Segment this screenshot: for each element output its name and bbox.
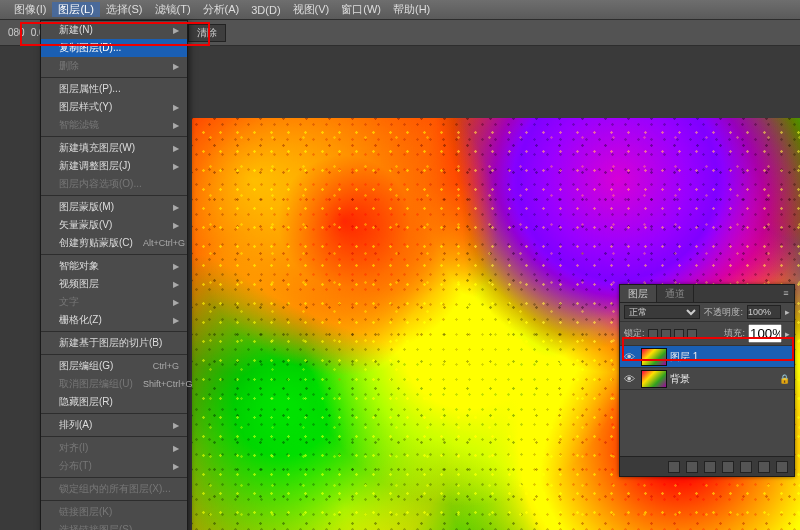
lock-transparent-icon[interactable] [648,329,658,339]
panel-tabs: 图层 通道 [620,285,794,303]
lock-image-icon[interactable] [661,329,671,339]
submenu-arrow-icon: ▶ [173,262,179,271]
lock-icon: 🔒 [779,374,794,384]
submenu-arrow-icon: ▶ [173,203,179,212]
menu-item[interactable]: 图层编组(G)Ctrl+G [41,357,187,375]
menu-帮助h[interactable]: 帮助(H) [387,2,436,17]
menu-窗口w[interactable]: 窗口(W) [335,2,387,17]
menu-图像i[interactable]: 图像(I) [8,2,52,17]
opacity-arrow-icon[interactable]: ▸ [785,307,790,317]
menu-item[interactable]: 创建剪贴蒙版(C)Alt+Ctrl+G [41,234,187,252]
menu-separator [41,477,187,478]
menu-separator [41,331,187,332]
menu-item: 取消图层编组(U)Shift+Ctrl+G [41,375,187,393]
layer-thumbnail[interactable] [641,370,667,388]
menu-选择s[interactable]: 选择(S) [100,2,149,17]
group-icon[interactable] [740,461,752,473]
adjustment-icon[interactable] [722,461,734,473]
fill-label: 填充: [724,327,745,340]
layer-thumbnail[interactable] [641,348,667,366]
blend-opacity-row: 正常 不透明度: ▸ [620,303,794,322]
menu-item[interactable]: 新建(N)▶ [41,21,187,39]
opacity-label: 不透明度: [704,306,743,319]
lock-fill-row: 锁定: 填充: ▸ [620,322,794,346]
submenu-arrow-icon: ▶ [173,144,179,153]
menu-separator [41,136,187,137]
menu-item[interactable]: 复制图层(D)... [41,39,187,57]
submenu-arrow-icon: ▶ [173,162,179,171]
menu-item[interactable]: 矢量蒙版(V)▶ [41,216,187,234]
menu-滤镜t[interactable]: 滤镜(T) [149,2,197,17]
visibility-eye-icon[interactable]: 👁 [620,351,638,363]
submenu-arrow-icon: ▶ [173,298,179,307]
menu-item[interactable]: 栅格化(Z)▶ [41,311,187,329]
blend-mode-select[interactable]: 正常 [624,305,700,319]
menu-item: 图层内容选项(O)... [41,175,187,193]
submenu-arrow-icon: ▶ [173,103,179,112]
delete-layer-icon[interactable] [776,461,788,473]
menu-item[interactable]: 隐藏图层(R) [41,393,187,411]
menu-item[interactable]: 智能对象▶ [41,257,187,275]
menu-item[interactable]: 图层样式(Y)▶ [41,98,187,116]
menu-separator [41,436,187,437]
menu-bar: 图像(I)图层(L)选择(S)滤镜(T)分析(A)3D(D)视图(V)窗口(W)… [0,0,800,20]
panel-footer [620,456,794,476]
menu-item[interactable]: 新建调整图层(J)▶ [41,157,187,175]
menu-item: 分布(T)▶ [41,457,187,475]
menu-separator [41,413,187,414]
menu-图层l[interactable]: 图层(L) [52,2,99,17]
fx-icon[interactable] [686,461,698,473]
layer-name[interactable]: 背景 [670,372,779,386]
fill-input[interactable] [748,324,782,343]
menu-separator [41,354,187,355]
layer-row[interactable]: 👁背景🔒 [620,368,794,390]
menu-separator [41,254,187,255]
menu-分析a[interactable]: 分析(A) [197,2,246,17]
submenu-arrow-icon: ▶ [173,121,179,130]
tab-layers[interactable]: 图层 [620,285,657,302]
submenu-arrow-icon: ▶ [173,280,179,289]
fill-arrow-icon[interactable]: ▸ [785,329,790,339]
layer-name[interactable]: 图层 1 [670,350,794,364]
layers-panel: ≡ 图层 通道 正常 不透明度: ▸ 锁定: 填充: ▸ 👁图层 1👁背景🔒 [619,284,795,477]
menu-item: 对齐(I)▶ [41,439,187,457]
new-layer-icon[interactable] [758,461,770,473]
lock-position-icon[interactable] [674,329,684,339]
menu-item[interactable]: 排列(A)▶ [41,416,187,434]
menu-item[interactable]: 图层蒙版(M)▶ [41,198,187,216]
menu-item[interactable]: 新建填充图层(W)▶ [41,139,187,157]
clear-button[interactable]: 清除 [188,24,226,42]
visibility-eye-icon[interactable]: 👁 [620,373,638,385]
mask-icon[interactable] [704,461,716,473]
menu-视图v[interactable]: 视图(V) [287,2,336,17]
lock-label: 锁定: [624,327,645,340]
opacity-input[interactable] [747,305,781,319]
menu-separator [41,500,187,501]
submenu-arrow-icon: ▶ [173,26,179,35]
menu-separator [41,77,187,78]
panel-menu-icon[interactable]: ≡ [780,287,792,299]
submenu-arrow-icon: ▶ [173,421,179,430]
menu-item: 锁定组内的所有图层(X)... [41,480,187,498]
layer-list: 👁图层 1👁背景🔒 [620,346,794,456]
link-layers-icon[interactable] [668,461,680,473]
menu-item[interactable]: 视频图层▶ [41,275,187,293]
layer-row[interactable]: 👁图层 1 [620,346,794,368]
menu-item: 链接图层(K) [41,503,187,521]
menu-item[interactable]: 图层属性(P)... [41,80,187,98]
lock-all-icon[interactable] [687,329,697,339]
submenu-arrow-icon: ▶ [173,316,179,325]
menu-separator [41,195,187,196]
tab-channels[interactable]: 通道 [657,285,694,302]
menu-item: 文字▶ [41,293,187,311]
menu-item[interactable]: 新建基于图层的切片(B) [41,334,187,352]
submenu-arrow-icon: ▶ [173,462,179,471]
width-field[interactable]: 080 [8,27,25,38]
layer-menu-dropdown: 新建(N)▶复制图层(D)...删除▶图层属性(P)...图层样式(Y)▶智能滤… [40,20,188,530]
menu-3dd[interactable]: 3D(D) [245,4,286,16]
menu-item: 智能滤镜▶ [41,116,187,134]
submenu-arrow-icon: ▶ [173,62,179,71]
submenu-arrow-icon: ▶ [173,444,179,453]
menu-item: 删除▶ [41,57,187,75]
submenu-arrow-icon: ▶ [173,221,179,230]
